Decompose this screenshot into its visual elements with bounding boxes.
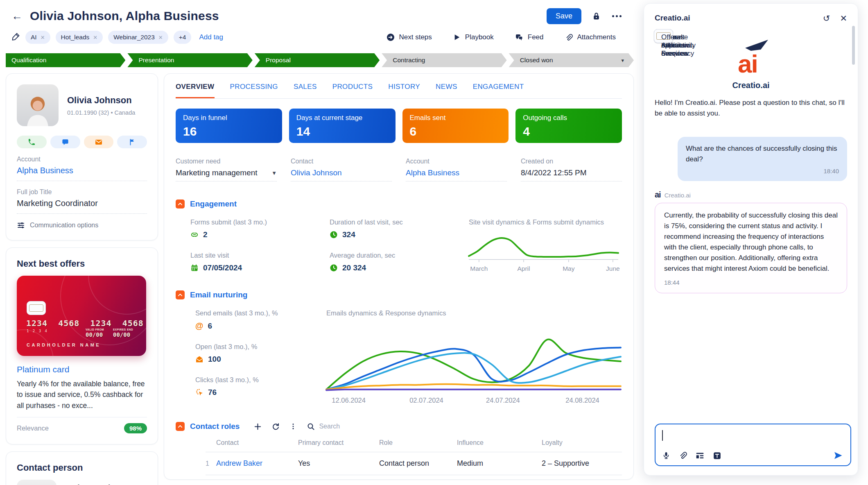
table-header-row: Contact Primary contact Role Influence L… bbox=[206, 439, 622, 452]
playbook-button[interactable]: Playbook bbox=[453, 33, 494, 41]
tag-edit-icon[interactable] bbox=[11, 32, 20, 43]
stage-proposal[interactable]: Proposal bbox=[255, 53, 380, 67]
add-tag-button[interactable]: Add tag bbox=[199, 33, 223, 41]
paperclip-icon bbox=[565, 34, 573, 41]
collapse-section-icon[interactable] bbox=[176, 422, 185, 431]
text-format-icon[interactable] bbox=[713, 451, 721, 460]
svg-text:April: April bbox=[517, 265, 530, 272]
tab-sales[interactable]: SALES bbox=[294, 83, 317, 98]
offer-product-link[interactable]: Platinum card bbox=[17, 365, 147, 374]
remove-tag-icon[interactable]: ✕ bbox=[93, 34, 97, 41]
chevron-down-icon[interactable]: ▼ bbox=[271, 170, 277, 176]
chat-input[interactable] bbox=[655, 424, 851, 466]
flag-icon bbox=[129, 138, 136, 146]
reset-chat-icon[interactable]: ↺ bbox=[823, 14, 830, 23]
row-contact-link[interactable]: Andrew Baker bbox=[216, 459, 298, 468]
customer-need-select[interactable]: Marketing management ▼ bbox=[176, 168, 277, 181]
more-actions-icon[interactable] bbox=[612, 15, 622, 17]
stage-closed-won[interactable]: Closed won▾ bbox=[509, 53, 634, 67]
open-rate-metric: Open (last 3 mo.), % 100 bbox=[195, 343, 318, 364]
tag-pill[interactable]: Webinar_2023✕ bbox=[108, 31, 168, 44]
collapse-section-icon[interactable] bbox=[176, 290, 185, 299]
job-title-value: Marketing Coordinator bbox=[17, 199, 147, 208]
page-title: Olivia Johnson, Alpha Business bbox=[30, 9, 219, 23]
record-actions: Next steps Playbook Feed Attachments bbox=[387, 33, 616, 41]
tab-news[interactable]: NEWS bbox=[436, 83, 457, 98]
tab-history[interactable]: HISTORY bbox=[388, 83, 420, 98]
tag-overflow-pill[interactable]: +4 bbox=[174, 31, 192, 44]
search-input[interactable]: Search bbox=[307, 422, 340, 431]
add-row-button[interactable] bbox=[254, 423, 262, 431]
tab-bar: OVERVIEW PROCESSING SALES PRODUCTS HISTO… bbox=[176, 74, 622, 99]
account-link[interactable]: Alpha Business bbox=[17, 166, 147, 175]
panel-title: Creatio.ai bbox=[655, 14, 690, 23]
suggestion-offer-services[interactable]: Offer Additional Services bbox=[654, 29, 673, 43]
send-icon[interactable] bbox=[833, 451, 843, 460]
contact-roles-section: Contact roles bbox=[176, 422, 622, 475]
call-button[interactable] bbox=[17, 136, 47, 148]
tag-pill[interactable]: AI✕ bbox=[25, 31, 50, 44]
field-customer-need: Customer need Marketing management ▼ bbox=[176, 158, 277, 181]
plus-icon bbox=[254, 423, 262, 431]
attachments-button[interactable]: Attachments bbox=[565, 33, 616, 41]
contact-meta: 01.01.1990 (32) • Canada bbox=[67, 109, 135, 116]
attach-file-icon[interactable] bbox=[679, 451, 687, 460]
table-row[interactable]: 1 Andrew Baker Yes Contact person Medium… bbox=[206, 452, 622, 475]
tab-overview[interactable]: OVERVIEW bbox=[176, 83, 215, 98]
visit-duration-metric: Duration of last visit, sec 324 bbox=[330, 218, 469, 239]
creatio-ai-panel: Creatio.ai ↺ ✕ ai Creatio.ai Hello! I'm … bbox=[644, 3, 858, 476]
back-icon[interactable]: ← bbox=[11, 11, 23, 22]
save-button[interactable]: Save bbox=[547, 8, 581, 24]
flag-button[interactable] bbox=[117, 136, 147, 148]
contact-person-name: Andrew Baker bbox=[63, 483, 121, 485]
field-created-on: Created on 8/4/2022 12:55 PM bbox=[521, 158, 622, 181]
chevron-down-icon[interactable]: ▾ bbox=[622, 57, 624, 63]
record-fields: Customer need Marketing management ▼ Con… bbox=[176, 158, 622, 181]
user-message: What are the chances of successfully clo… bbox=[678, 137, 847, 181]
tab-products[interactable]: PRODUCTS bbox=[332, 83, 373, 98]
svg-text:24.07.2024: 24.07.2024 bbox=[486, 397, 520, 404]
link-icon bbox=[190, 231, 199, 239]
account-link[interactable]: Alpha Business bbox=[406, 168, 459, 177]
kpi-outgoing-calls: Outgoing calls 4 bbox=[515, 109, 622, 143]
scrollbar-thumb[interactable] bbox=[852, 26, 855, 65]
message-time: 18:40 bbox=[686, 168, 839, 175]
card-chip bbox=[27, 301, 46, 315]
template-list-icon[interactable] bbox=[696, 451, 704, 460]
stage-contracting[interactable]: Contracting bbox=[382, 53, 506, 67]
microphone-icon[interactable] bbox=[662, 451, 670, 460]
tag-pill[interactable]: Hot_leads✕ bbox=[56, 31, 103, 44]
stage-qualification[interactable]: Qualification bbox=[6, 53, 125, 67]
email-button[interactable] bbox=[84, 136, 114, 148]
stage-presentation[interactable]: Presentation bbox=[127, 53, 252, 67]
tags-row: AI✕ Hot_leads✕ Webinar_2023✕ +4 Add tag … bbox=[6, 30, 634, 44]
tab-processing[interactable]: PROCESSING bbox=[230, 83, 278, 98]
remove-tag-icon[interactable]: ✕ bbox=[41, 34, 45, 41]
mail-open-icon bbox=[195, 355, 203, 363]
refresh-button[interactable] bbox=[271, 422, 280, 431]
arrow-circle-icon bbox=[387, 33, 395, 41]
tab-engagement[interactable]: ENGAGEMENT bbox=[473, 83, 524, 98]
chat-button[interactable] bbox=[50, 136, 80, 148]
remove-tag-icon[interactable]: ✕ bbox=[158, 34, 163, 41]
credit-card-image: 1234 4568 1234 4568 1 2 3 4 VALID FROM00… bbox=[17, 276, 146, 356]
menu-dots-icon[interactable] bbox=[289, 423, 297, 430]
card-sub-number: 1 2 3 4 bbox=[27, 329, 48, 333]
contact-actions bbox=[17, 136, 147, 148]
chat-icon bbox=[61, 138, 69, 146]
site-visit-chart: Site visit dynamics & Forms submit dynam… bbox=[469, 218, 622, 272]
collapse-section-icon[interactable] bbox=[176, 199, 185, 209]
communication-options-button[interactable]: Communication options bbox=[17, 221, 147, 229]
clock-icon bbox=[330, 264, 338, 272]
next-steps-button[interactable]: Next steps bbox=[387, 33, 432, 41]
feed-button[interactable]: Feed bbox=[515, 33, 544, 41]
sliders-icon bbox=[17, 221, 25, 229]
main-zone: ← Olivia Johnson, Alpha Business Save AI… bbox=[6, 0, 634, 485]
send-emails-metric: Send emails (last 3 mo.), % @ 6 bbox=[195, 309, 318, 331]
lock-icon[interactable] bbox=[592, 12, 601, 20]
message-time: 18:44 bbox=[664, 279, 838, 286]
svg-text:June: June bbox=[606, 265, 620, 272]
contact-link[interactable]: Olivia Johnson bbox=[291, 168, 342, 177]
account-label: Account bbox=[17, 156, 147, 163]
close-icon[interactable]: ✕ bbox=[840, 14, 847, 23]
